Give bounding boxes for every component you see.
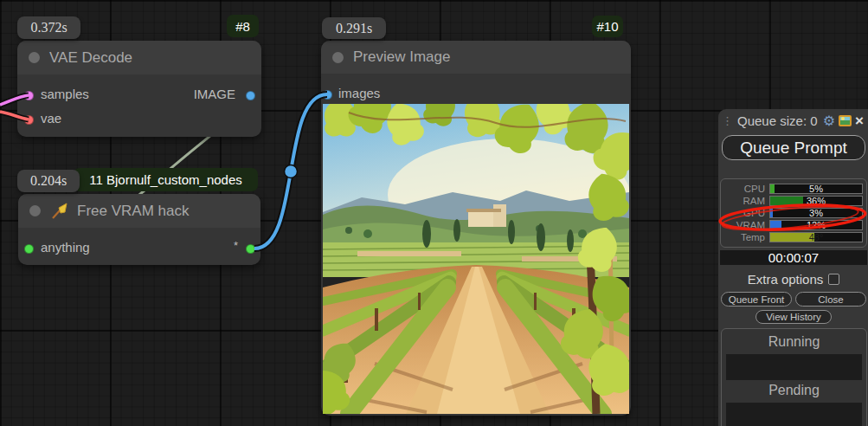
- link-image-outline: [254, 94, 327, 248]
- stat-row-ram: RAM 36%: [724, 195, 863, 207]
- extra-options-checkbox[interactable]: [828, 274, 839, 285]
- node-title: VAE Decode: [49, 49, 132, 67]
- input-port-anything[interactable]: [24, 244, 34, 254]
- stat-row-vram: VRAM 12%: [724, 219, 863, 231]
- node-graph-canvas[interactable]: VAE Decode samples vae IMAGE 0.372s #8 F…: [0, 0, 868, 426]
- elapsed-timer: 00:00:07: [720, 250, 867, 265]
- node-title: Free VRAM hack: [77, 203, 189, 220]
- output-port-any[interactable]: [246, 244, 255, 254]
- input-label-images: images: [338, 86, 380, 100]
- view-history-button[interactable]: View History: [755, 310, 832, 324]
- collapse-dot[interactable]: [29, 52, 40, 63]
- close-icon[interactable]: ×: [855, 115, 864, 127]
- node-title: Preview Image: [353, 48, 450, 66]
- node-id-badge-10: #10: [592, 16, 623, 37]
- stat-row-temp: Temp 48°: [724, 231, 863, 243]
- node-free-vram-hack[interactable]: Free VRAM hack anything *: [18, 194, 260, 265]
- input-label-vae: vae: [41, 111, 61, 126]
- close-button[interactable]: Close: [795, 292, 866, 307]
- node-vae-decode[interactable]: VAE Decode samples vae IMAGE: [17, 41, 261, 137]
- sidebar-header[interactable]: ⋮ Queue size: 0 ⚙ ×: [720, 111, 867, 131]
- settings-gear-icon[interactable]: ⚙: [823, 114, 835, 128]
- exec-time-badge-preview: 0.291s: [322, 17, 386, 39]
- node-preview-image[interactable]: Preview Image images: [321, 41, 631, 416]
- output-label-any: *: [234, 239, 238, 252]
- input-port-images[interactable]: [323, 90, 332, 100]
- exec-time-badge-freevram: 0.204s: [17, 170, 80, 192]
- gallery-icon[interactable]: [839, 115, 852, 126]
- link-image: [254, 94, 327, 248]
- running-list: [726, 354, 862, 380]
- pending-list: [726, 403, 862, 426]
- node-id-badge-bjornulf: 11 Bjornulf_custom_nodes: [74, 168, 258, 191]
- node-id-badge-8: #8: [227, 15, 259, 37]
- stat-row-cpu: CPU 5%: [724, 183, 863, 195]
- input-port-vae[interactable]: [24, 115, 34, 125]
- preview-image: [323, 104, 629, 414]
- node-vae-decode-header[interactable]: VAE Decode: [17, 41, 261, 74]
- node-preview-header[interactable]: Preview Image: [321, 41, 631, 74]
- drag-handle-icon[interactable]: ⋮: [722, 117, 729, 126]
- collapse-dot[interactable]: [332, 52, 344, 63]
- broom-icon: [50, 203, 68, 220]
- running-label: Running: [725, 332, 863, 354]
- output-port-image[interactable]: [246, 91, 255, 100]
- input-port-samples[interactable]: [24, 91, 34, 100]
- exec-time-badge-vae: 0.372s: [17, 16, 80, 39]
- queue-prompt-button[interactable]: Queue Prompt: [722, 135, 865, 160]
- queue-size-label: Queue size: 0: [732, 113, 820, 128]
- system-stats-panel: CPU 5% RAM 36% GPU 3%: [720, 178, 867, 248]
- stat-row-gpu: GPU 3%: [724, 207, 863, 219]
- input-label-anything: anything: [41, 240, 90, 255]
- queue-sidebar[interactable]: ⋮ Queue size: 0 ⚙ × Queue Prompt CPU 5% …: [718, 109, 868, 426]
- output-label-image: IMAGE: [194, 87, 235, 101]
- input-label-samples: samples: [41, 87, 89, 101]
- link-midpoint-dot[interactable]: [285, 165, 298, 178]
- node-free-vram-header[interactable]: Free VRAM hack: [18, 194, 260, 228]
- collapse-dot[interactable]: [29, 205, 41, 216]
- extra-options-row: Extra options: [720, 272, 867, 287]
- extra-options-label: Extra options: [748, 272, 824, 287]
- pending-label: Pending: [725, 380, 863, 403]
- vineyard-picture: [323, 104, 629, 414]
- queue-panel: Running Pending Clear Queue Refresh: [721, 328, 867, 426]
- queue-front-button[interactable]: Queue Front: [721, 292, 792, 307]
